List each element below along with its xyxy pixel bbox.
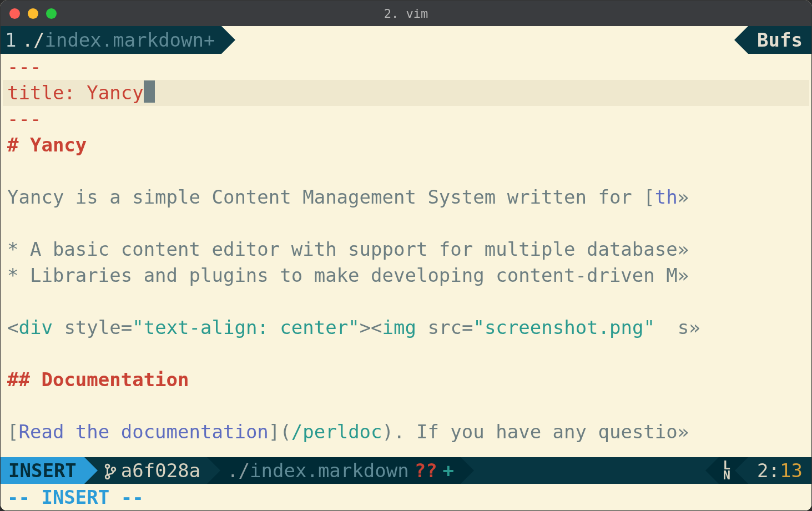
minimize-button[interactable] bbox=[28, 8, 38, 19]
editor-line[interactable]: --- bbox=[3, 54, 809, 80]
svg-point-0 bbox=[105, 464, 109, 468]
editor-line[interactable]: ## Documentation bbox=[3, 367, 809, 393]
editor-line[interactable]: # Yancy bbox=[3, 132, 809, 158]
close-button[interactable] bbox=[9, 8, 20, 19]
svg-point-2 bbox=[112, 468, 115, 472]
status-ln-indicator: L N bbox=[719, 457, 735, 484]
separator-icon bbox=[705, 457, 719, 484]
titlebar[interactable]: 2. vim bbox=[1, 1, 811, 26]
editor-line[interactable] bbox=[3, 289, 809, 315]
ln-label-bot: N bbox=[723, 470, 730, 480]
editor-line[interactable] bbox=[3, 393, 809, 419]
status-line-number: 2 bbox=[757, 459, 768, 482]
status-git-status: ?? bbox=[415, 459, 437, 482]
branch-icon bbox=[104, 462, 117, 479]
traffic-lights bbox=[9, 8, 57, 19]
tab-separator-icon bbox=[221, 26, 235, 54]
status-file-name: index.markdown bbox=[250, 459, 409, 482]
statusline-spacer bbox=[474, 457, 705, 484]
tab-filename: index.markdown+ bbox=[44, 29, 215, 51]
svg-point-1 bbox=[105, 475, 109, 479]
separator-icon bbox=[735, 457, 748, 484]
tabline: 1 ./index.markdown+ Bufs bbox=[1, 26, 811, 54]
tabline-spacer bbox=[235, 26, 734, 54]
command-line[interactable]: -- INSERT -- bbox=[1, 484, 811, 510]
window-title: 2. vim bbox=[384, 7, 428, 21]
status-git: a6f028a bbox=[98, 457, 207, 484]
editor-line[interactable]: * A basic content editor with support fo… bbox=[3, 236, 809, 262]
tab-number: 1 bbox=[5, 29, 16, 51]
status-mode-label: INSERT bbox=[8, 459, 77, 482]
editor-line[interactable] bbox=[3, 210, 809, 236]
tab-bufs-label: Bufs bbox=[757, 29, 803, 51]
status-file-path: ./ bbox=[227, 459, 250, 482]
status-git-commit: a6f028a bbox=[121, 459, 200, 482]
separator-icon bbox=[207, 457, 220, 484]
maximize-button[interactable] bbox=[46, 8, 57, 19]
terminal-window: 2. vim 1 ./index.markdown+ Bufs ---title… bbox=[0, 0, 812, 511]
editor-line[interactable] bbox=[3, 158, 809, 184]
editor-line[interactable]: * Libraries and plugins to make developi… bbox=[3, 262, 809, 289]
editor-line[interactable]: --- bbox=[3, 106, 809, 132]
tab-path-prefix: ./ bbox=[22, 29, 44, 51]
editor-area[interactable]: ---title: Yancy---# Yancy Yancy is a sim… bbox=[1, 54, 811, 457]
editor-line[interactable]: Yancy is a simple Content Management Sys… bbox=[3, 184, 809, 210]
editor-line[interactable]: title: Yancy bbox=[3, 80, 809, 106]
editor-line[interactable] bbox=[3, 341, 809, 367]
status-file: ./index.markdown ?? + bbox=[220, 457, 461, 484]
statusline: INSERT a6f028a ./index.markdown ?? + bbox=[1, 457, 811, 484]
status-position: 2:13 bbox=[748, 457, 811, 484]
status-modified-icon: + bbox=[443, 459, 454, 482]
tab-buffer-1[interactable]: 1 ./index.markdown+ bbox=[1, 26, 221, 54]
editor-line[interactable]: [Read the documentation](/perldoc). If y… bbox=[3, 419, 809, 445]
tab-separator-icon bbox=[734, 26, 748, 54]
status-mode: INSERT bbox=[1, 457, 84, 484]
cursor bbox=[144, 80, 155, 103]
separator-icon bbox=[84, 457, 98, 484]
command-line-text: -- INSERT -- bbox=[7, 486, 144, 508]
separator-icon bbox=[461, 457, 474, 484]
tab-bufs[interactable]: Bufs bbox=[748, 26, 811, 54]
status-col-number: 13 bbox=[780, 459, 803, 482]
editor-line[interactable]: <div style="text-align: center"><img src… bbox=[3, 315, 809, 341]
